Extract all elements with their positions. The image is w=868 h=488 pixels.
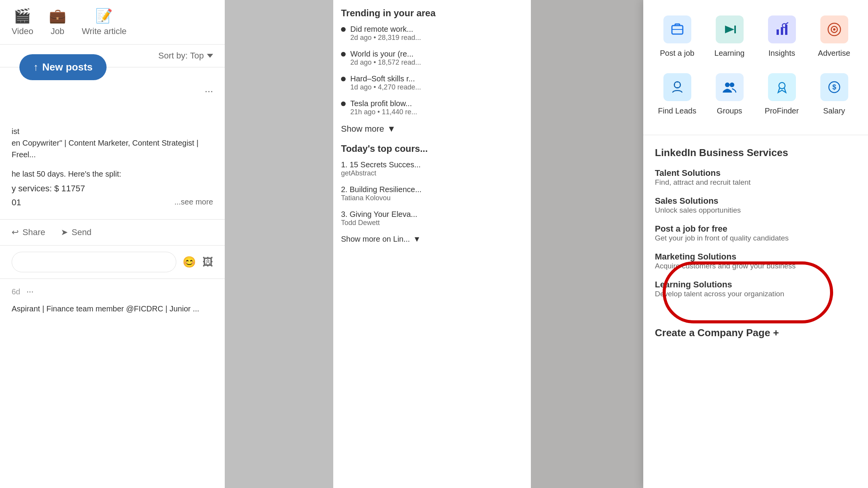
show-more-linkedin-label: Show more on Lin... <box>341 235 410 244</box>
video-toolbar-item[interactable]: 🎬 Video <box>12 8 33 36</box>
trending-dot <box>341 52 346 57</box>
svg-marker-2 <box>725 26 734 33</box>
biz-name: Talent Solutions <box>655 168 856 178</box>
trending-dot <box>341 77 346 81</box>
job-icon: 💼 <box>49 8 66 24</box>
send-label: Send <box>72 227 91 237</box>
grid-item-profinder[interactable]: ProFinder <box>756 65 808 123</box>
sort-dropdown[interactable]: Top <box>190 51 213 61</box>
emoji-button[interactable]: 😊 <box>183 256 196 268</box>
trending-dot <box>341 101 346 106</box>
course-author: Todd Dewett <box>341 219 523 227</box>
groups-label: Groups <box>717 107 742 115</box>
biz-name: Marketing Solutions <box>655 252 856 262</box>
new-posts-button[interactable]: ↑ New posts <box>19 54 107 80</box>
job-toolbar-item[interactable]: 💼 Job <box>49 8 66 36</box>
grid-item-groups[interactable]: Groups <box>703 65 756 123</box>
share-button[interactable]: ↩ Share <box>12 227 45 237</box>
post1-number: 01 <box>12 198 21 208</box>
profinder-icon <box>768 73 796 101</box>
linkedin-chevron-icon: ▼ <box>413 235 421 244</box>
course-name: 1. 15 Secrets Succes... <box>341 160 523 169</box>
course-item[interactable]: 1. 15 Secrets Succes... getAbstract <box>341 160 523 177</box>
new-posts-label: New posts <box>42 61 93 73</box>
create-company-wrapper: Create a Company Page + <box>655 308 779 347</box>
biz-desc: Find, attract and recruit talent <box>655 178 856 187</box>
trending-item-text: Hard–Soft skills r... <box>350 74 421 83</box>
biz-item-post-a-job-for-free[interactable]: Post a job for free Get your job in fron… <box>655 224 856 242</box>
course-item[interactable]: 3. Giving Your Eleva... Todd Dewett <box>341 210 523 227</box>
show-more-label: Show more <box>341 124 384 134</box>
comment-input[interactable] <box>12 252 176 272</box>
trending-item[interactable]: Tesla profit blow... 21h ago • 11,440 re… <box>341 99 523 116</box>
trending-item-text: Tesla profit blow... <box>350 99 417 108</box>
courses-section: Today's top cours... 1. 15 Secrets Succe… <box>341 143 523 244</box>
course-author: Tatiana Kolovou <box>341 194 523 202</box>
post2-timestamp: 6d <box>12 287 20 296</box>
biz-item-talent-solutions[interactable]: Talent Solutions Find, attract and recru… <box>655 168 856 187</box>
grid-item-advertise[interactable]: Advertise <box>808 8 860 65</box>
grid-item-find-leads[interactable]: Find Leads <box>651 65 703 123</box>
learning-label: Learning <box>715 49 745 58</box>
post1-body: he last 50 days. Here's the split: <box>12 168 213 180</box>
trending-item[interactable]: World is your (re... 2d ago • 18,572 rea… <box>341 50 523 67</box>
post2-author: Aspirant | Finance team member @FICDRC |… <box>12 304 199 313</box>
grid-item-salary[interactable]: $ Salary <box>808 65 860 123</box>
post2-author-area: Aspirant | Finance team member @FICDRC |… <box>0 304 225 321</box>
trending-item[interactable]: Hard–Soft skills r... 1d ago • 4,270 rea… <box>341 74 523 91</box>
job-label: Job <box>51 26 64 36</box>
send-button[interactable]: ➤ Send <box>61 227 91 237</box>
grid-item-insights[interactable]: Insights <box>756 8 808 65</box>
write-article-toolbar-item[interactable]: 📝 Write article <box>82 8 127 36</box>
sort-label: Sort by: <box>158 51 188 61</box>
show-more-chevron-icon: ▼ <box>387 124 396 134</box>
image-button[interactable]: 🖼 <box>202 256 213 268</box>
biz-item-learning-solutions[interactable]: Learning Solutions Develop talent across… <box>655 280 856 298</box>
create-company-page-button[interactable]: Create a Company Page + <box>655 319 779 347</box>
insights-label: Insights <box>768 49 795 58</box>
post1-services: y services: $ 11757 <box>12 184 213 194</box>
biz-desc: Unlock sales opportunities <box>655 206 856 215</box>
insights-icon <box>768 15 796 43</box>
video-icon: 🎬 <box>14 8 31 24</box>
profinder-label: ProFinder <box>765 107 799 115</box>
grid-item-learning[interactable]: Learning <box>703 8 756 65</box>
svg-line-8 <box>786 22 788 24</box>
business-title: LinkedIn Business Services <box>655 147 856 159</box>
svg-point-11 <box>833 28 835 31</box>
middle-panel <box>225 0 333 488</box>
trending-item-sub: 21h ago • 11,440 re... <box>350 108 417 116</box>
post-options-icon[interactable]: ··· <box>205 85 213 97</box>
feed-panel: 🎬 Video 💼 Job 📝 Write article Sort by: T… <box>0 0 225 488</box>
post-actions: ↩ Share ➤ Send <box>0 220 225 246</box>
post-1: ist en Copywriter" | Content Marketer, C… <box>0 114 225 220</box>
svg-point-12 <box>674 82 680 88</box>
trending-title: Trending in your area <box>341 8 523 19</box>
courses-title: Today's top cours... <box>341 143 523 154</box>
course-name: 2. Building Resilience... <box>341 185 523 194</box>
grid-item-post-a-job[interactable]: Post a job <box>651 8 703 65</box>
sort-value: Top <box>190 51 204 61</box>
show-more-button[interactable]: Show more ▼ <box>341 124 396 134</box>
svg-text:$: $ <box>832 83 836 91</box>
trending-item-text: Did remote work... <box>350 25 421 34</box>
post2-dots[interactable]: ··· <box>26 287 33 297</box>
show-more-linkedin-button[interactable]: Show more on Lin... ▼ <box>341 235 523 244</box>
post-a-job-label: Post a job <box>660 49 694 58</box>
biz-item-marketing-solutions[interactable]: Marketing Solutions Acquire customers an… <box>655 252 856 270</box>
post1-prefix: ist <box>12 125 213 137</box>
services-grid: Post a job Learning Insights Advertise F… <box>643 0 868 135</box>
svg-point-19 <box>779 82 785 89</box>
see-more-link[interactable]: ...see more <box>174 198 213 208</box>
share-icon: ↩ <box>12 227 19 237</box>
trending-item-text: World is your (re... <box>350 50 421 58</box>
trending-items: Did remote work... 2d ago • 28,319 read.… <box>341 25 523 116</box>
biz-name: Learning Solutions <box>655 280 856 290</box>
content-panel: Trending in your area Did remote work...… <box>333 0 531 488</box>
biz-item-sales-solutions[interactable]: Sales Solutions Unlock sales opportuniti… <box>655 196 856 215</box>
trending-item-sub: 1d ago • 4,270 reade... <box>350 83 421 91</box>
advertise-icon <box>820 15 848 43</box>
trending-item[interactable]: Did remote work... 2d ago • 28,319 read.… <box>341 25 523 42</box>
course-item[interactable]: 2. Building Resilience... Tatiana Kolovo… <box>341 185 523 202</box>
new-posts-arrow-icon: ↑ <box>33 61 38 73</box>
